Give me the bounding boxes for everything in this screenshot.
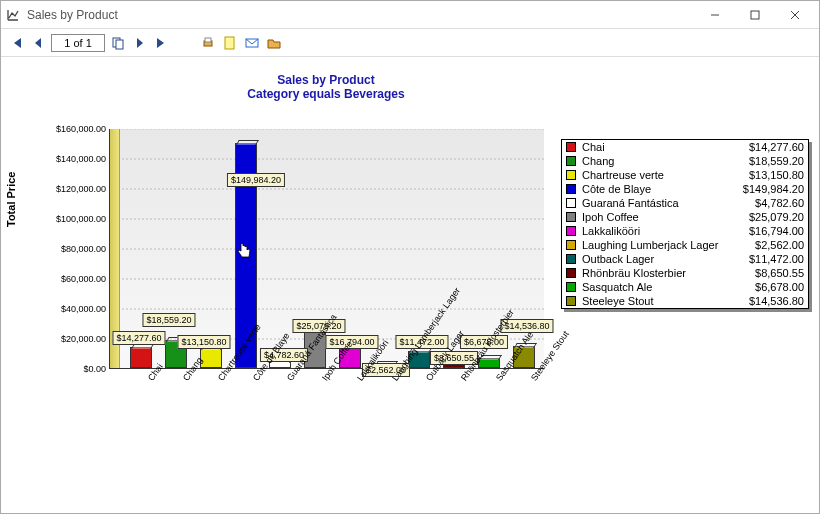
- last-page-button[interactable]: [153, 34, 171, 52]
- legend-row: Rhönbräu Klosterbier$8,650.55: [562, 266, 808, 280]
- legend-swatch: [566, 226, 576, 236]
- window-title: Sales by Product: [27, 8, 695, 22]
- data-label: $14,277.60: [112, 331, 165, 345]
- legend-row: Ipoh Coffee$25,079.20: [562, 210, 808, 224]
- legend-name: Outback Lager: [582, 253, 749, 265]
- legend-name: Guaraná Fantástica: [582, 197, 755, 209]
- x-labels: ChaiChangChartreuse verteCôte de BlayeGu…: [123, 371, 543, 481]
- legend-value: $149,984.20: [743, 183, 804, 195]
- report-content: Sales by Product Category equals Beverag…: [1, 57, 819, 513]
- legend-row: Chang$18,559.20: [562, 154, 808, 168]
- legend-row: Guaraná Fantástica$4,782.60: [562, 196, 808, 210]
- legend-row: Côte de Blaye$149,984.20: [562, 182, 808, 196]
- legend-value: $8,650.55: [755, 267, 804, 279]
- chart-subtitle: Category equals Beverages: [101, 87, 551, 101]
- y-tick: $60,000.00: [61, 274, 106, 284]
- legend-swatch: [566, 282, 576, 292]
- legend-value: $11,472.00: [749, 253, 804, 265]
- y-tick: $100,000.00: [56, 214, 106, 224]
- legend-row: Outback Lager$11,472.00: [562, 252, 808, 266]
- y-tick: $120,000.00: [56, 184, 106, 194]
- legend-swatch: [566, 142, 576, 152]
- legend-name: Lakkalikööri: [582, 225, 749, 237]
- legend-value: $16,794.00: [749, 225, 804, 237]
- email-button[interactable]: [243, 34, 261, 52]
- bar[interactable]: [130, 347, 152, 368]
- legend-swatch: [566, 212, 576, 222]
- legend-row: Lakkalikööri$16,794.00: [562, 224, 808, 238]
- legend-value: $14,536.80: [749, 295, 804, 307]
- legend-name: Steeleye Stout: [582, 295, 749, 307]
- print-button[interactable]: [199, 34, 217, 52]
- hand-cursor-icon: [235, 242, 253, 260]
- legend-row: Steeleye Stout$14,536.80: [562, 294, 808, 308]
- svg-rect-5: [116, 40, 123, 49]
- legend-value: $2,562.00: [755, 239, 804, 251]
- legend-value: $6,678.00: [755, 281, 804, 293]
- legend-value: $4,782.60: [755, 197, 804, 209]
- legend-name: Côte de Blaye: [582, 183, 743, 195]
- first-page-button[interactable]: [7, 34, 25, 52]
- data-label: $13,150.80: [177, 335, 230, 349]
- legend-value: $14,277.60: [749, 141, 804, 153]
- legend-swatch: [566, 296, 576, 306]
- legend-row: Chai$14,277.60: [562, 140, 808, 154]
- legend-swatch: [566, 268, 576, 278]
- title-bar: Sales by Product: [1, 1, 819, 29]
- legend-name: Ipoh Coffee: [582, 211, 749, 223]
- data-label: $149,984.20: [227, 173, 285, 187]
- legend-name: Sasquatch Ale: [582, 281, 755, 293]
- legend-swatch: [566, 198, 576, 208]
- legend-swatch: [566, 240, 576, 250]
- copy-button[interactable]: [109, 34, 127, 52]
- maximize-button[interactable]: [735, 3, 775, 27]
- export-button[interactable]: [221, 34, 239, 52]
- app-icon: [5, 7, 21, 23]
- legend-value: $25,079.20: [749, 211, 804, 223]
- legend-name: Chang: [582, 155, 749, 167]
- legend-row: Sasquatch Ale$6,678.00: [562, 280, 808, 294]
- legend-name: Chartreuse verte: [582, 169, 749, 181]
- data-label: $18,559.20: [142, 313, 195, 327]
- legend-swatch: [566, 156, 576, 166]
- legend-row: Chartreuse verte$13,150.80: [562, 168, 808, 182]
- y-axis-label: Total Price: [5, 172, 17, 227]
- legend-name: Rhönbräu Klosterbier: [582, 267, 755, 279]
- y-tick: $140,000.00: [56, 154, 106, 164]
- next-page-button[interactable]: [131, 34, 149, 52]
- svg-rect-7: [205, 38, 211, 42]
- y-tick: $80,000.00: [61, 244, 106, 254]
- legend-row: Laughing Lumberjack Lager$2,562.00: [562, 238, 808, 252]
- page-input[interactable]: [51, 34, 105, 52]
- open-button[interactable]: [265, 34, 283, 52]
- close-button[interactable]: [775, 3, 815, 27]
- toolbar: [1, 29, 819, 57]
- legend-name: Chai: [582, 141, 749, 153]
- prev-page-button[interactable]: [29, 34, 47, 52]
- svg-rect-8: [225, 37, 234, 49]
- legend-swatch: [566, 184, 576, 194]
- legend-name: Laughing Lumberjack Lager: [582, 239, 755, 251]
- legend-swatch: [566, 254, 576, 264]
- svg-rect-1: [751, 11, 759, 19]
- chart-title: Sales by Product: [101, 73, 551, 87]
- minimize-button[interactable]: [695, 3, 735, 27]
- bar[interactable]: [200, 348, 222, 368]
- y-tick: $160,000.00: [56, 124, 106, 134]
- legend-swatch: [566, 170, 576, 180]
- y-tick: $20,000.00: [61, 334, 106, 344]
- legend: Chai$14,277.60Chang$18,559.20Chartreuse …: [561, 139, 809, 309]
- y-tick: $0.00: [83, 364, 106, 374]
- y-tick: $40,000.00: [61, 304, 106, 314]
- legend-value: $13,150.80: [749, 169, 804, 181]
- legend-value: $18,559.20: [749, 155, 804, 167]
